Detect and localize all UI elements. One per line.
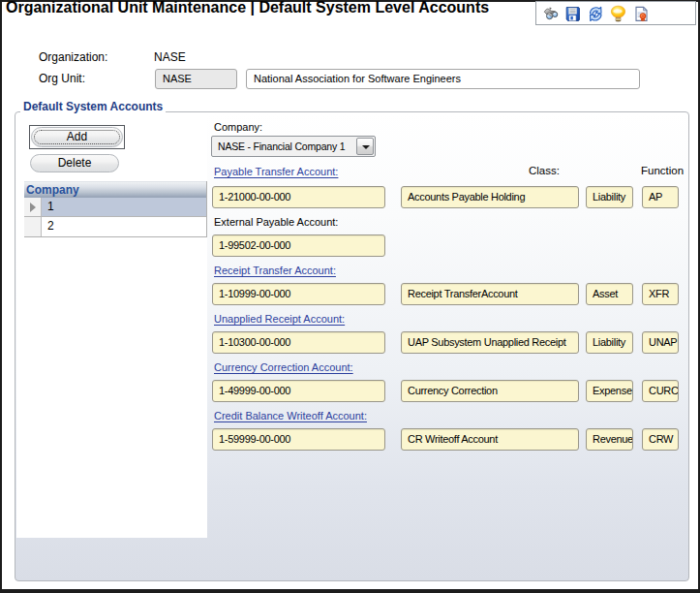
row-selector-cell[interactable] bbox=[24, 198, 42, 216]
organization-value: NASE bbox=[154, 50, 186, 64]
save-button[interactable] bbox=[564, 6, 581, 22]
currency-correction-account-label[interactable]: Currency Correction Account: bbox=[214, 361, 353, 373]
add-button-focus-rect: Add bbox=[29, 125, 125, 149]
org-unit-name-field[interactable]: National Association for Software Engine… bbox=[246, 69, 640, 89]
report-button[interactable] bbox=[633, 6, 650, 22]
page-title: Organizational Unit Maintenance | Defaul… bbox=[6, 0, 489, 16]
org-unit-label: Org Unit: bbox=[39, 72, 85, 85]
app-window: Organizational Unit Maintenance | Defaul… bbox=[0, 0, 700, 593]
credit-balance-writeoff-account-field[interactable]: 1-59999-00-000 bbox=[212, 428, 385, 451]
unapplied-receipt-account-label[interactable]: Unapplied Receipt Account: bbox=[214, 313, 345, 325]
receipt-transfer-class-field[interactable]: Asset bbox=[586, 283, 633, 305]
class-column-header: Class: bbox=[529, 165, 560, 176]
payable-transfer-description-field[interactable]: Accounts Payable Holding bbox=[401, 186, 579, 208]
find-button[interactable] bbox=[543, 6, 560, 22]
refresh-icon bbox=[588, 6, 604, 22]
credit-balance-writeoff-description-field[interactable]: CR Writeoff Account bbox=[401, 428, 579, 451]
unapplied-receipt-description-field[interactable]: UAP Subsystem Unapplied Receipt bbox=[401, 331, 579, 354]
payable-transfer-class-field[interactable]: Liability bbox=[586, 186, 633, 208]
payable-transfer-function-field[interactable]: AP bbox=[642, 186, 679, 208]
company-dropdown-value: NASE - Financial Company 1 bbox=[218, 140, 345, 152]
company-grid-header[interactable]: Company bbox=[24, 181, 206, 198]
unapplied-receipt-class-field[interactable]: Liability bbox=[586, 331, 633, 354]
save-icon bbox=[564, 6, 581, 22]
credit-balance-writeoff-class-field[interactable]: Revenue bbox=[586, 428, 633, 451]
org-unit-code-field[interactable]: NASE bbox=[155, 69, 237, 89]
receipt-transfer-account-field[interactable]: 1-10999-00-000 bbox=[212, 283, 385, 305]
currency-correction-account-field[interactable]: 1-49999-00-000 bbox=[212, 380, 385, 402]
external-payable-account-label: External Payable Account: bbox=[214, 216, 338, 228]
delete-button[interactable]: Delete bbox=[30, 154, 119, 172]
receipt-transfer-account-label[interactable]: Receipt Transfer Account: bbox=[214, 265, 336, 276]
active-row-arrow-icon bbox=[30, 203, 36, 212]
lightbulb-icon bbox=[609, 5, 627, 23]
window-border-left bbox=[0, 0, 2, 589]
currency-correction-function-field[interactable]: CURC bbox=[642, 380, 679, 402]
organization-label: Organization: bbox=[39, 50, 107, 64]
add-button[interactable]: Add bbox=[31, 127, 123, 147]
binoculars-icon bbox=[543, 6, 560, 22]
company-dropdown[interactable]: NASE - Financial Company 1 bbox=[211, 136, 376, 157]
function-column-header: Function bbox=[641, 165, 684, 176]
company-list-panel: Add Delete Company 1 2 bbox=[16, 113, 207, 538]
payable-transfer-account-field[interactable]: 1-21000-00-000 bbox=[212, 186, 385, 208]
certificate-document-icon bbox=[633, 6, 650, 22]
chevron-down-icon bbox=[362, 145, 370, 149]
payable-transfer-account-label[interactable]: Payable Transfer Account: bbox=[214, 166, 338, 177]
company-grid: Company 1 2 bbox=[24, 181, 207, 237]
company-grid-row-1[interactable]: 1 bbox=[24, 198, 206, 217]
credit-balance-writeoff-function-field[interactable]: CRW bbox=[642, 428, 679, 451]
company-cell[interactable]: 2 bbox=[42, 217, 206, 236]
unapplied-receipt-function-field[interactable]: UNAP bbox=[642, 331, 679, 354]
external-payable-account-field[interactable]: 1-99502-00-000 bbox=[212, 234, 385, 257]
toolbar bbox=[535, 1, 696, 25]
receipt-transfer-description-field[interactable]: Receipt TransferAccount bbox=[401, 283, 579, 305]
unapplied-receipt-account-field[interactable]: 1-10300-00-000 bbox=[212, 331, 385, 354]
groupbox-legend: Default System Accounts bbox=[20, 100, 166, 113]
company-grid-row-2[interactable]: 2 bbox=[24, 217, 206, 236]
refresh-button[interactable] bbox=[588, 6, 604, 22]
company-dropdown-button[interactable] bbox=[356, 138, 374, 155]
credit-balance-writeoff-account-label[interactable]: Credit Balance Writeoff Account: bbox=[214, 410, 367, 421]
help-button[interactable] bbox=[609, 5, 625, 21]
window-border-bottom bbox=[0, 589, 700, 593]
row-selector-cell[interactable] bbox=[24, 217, 42, 236]
currency-correction-class-field[interactable]: Expense bbox=[586, 380, 633, 402]
receipt-transfer-function-field[interactable]: XFR bbox=[642, 283, 679, 305]
company-dropdown-label: Company: bbox=[214, 121, 262, 133]
company-cell[interactable]: 1 bbox=[42, 198, 206, 216]
currency-correction-description-field[interactable]: Currency Correction bbox=[401, 380, 579, 402]
